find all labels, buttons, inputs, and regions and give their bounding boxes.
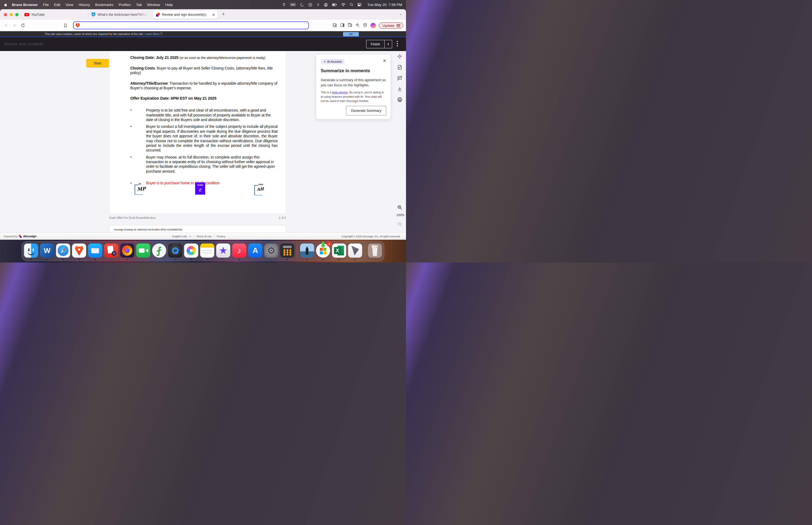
menu-file[interactable]: File [43, 3, 49, 7]
language-selector[interactable]: English (US) [172, 235, 187, 238]
pages-icon[interactable] [397, 65, 402, 71]
pen-icon [198, 187, 202, 192]
more-options-kebab-icon[interactable] [397, 41, 398, 46]
privacy-link[interactable]: Privacy [217, 235, 225, 238]
profile-avatar[interactable] [370, 23, 376, 28]
extensions-icon[interactable] [333, 23, 337, 29]
wallet-icon[interactable] [348, 23, 352, 29]
dock-microsoft-excel[interactable] [332, 243, 346, 259]
docusign-header: Review and complete Finish ▼ [0, 37, 406, 51]
menu-bookmarks[interactable]: Bookmarks [95, 3, 113, 7]
url-input[interactable] [82, 23, 306, 27]
address-bar[interactable] [73, 21, 309, 29]
start-button[interactable]: Start [86, 59, 109, 67]
cookie-ok-button[interactable]: OK [343, 32, 359, 36]
dock-triangle-app[interactable] [348, 243, 362, 259]
menu-edit[interactable]: Edit [54, 3, 60, 7]
document-page-1: Closing Date: July 21 2025 (or as soon a… [109, 51, 286, 214]
tab-youtube[interactable]: YouTube [25, 13, 45, 17]
dock-trash[interactable] [368, 243, 382, 259]
dock-photo-booth[interactable] [104, 243, 118, 259]
vpn-shield-icon[interactable] [363, 23, 367, 29]
dock-facetime[interactable] [136, 243, 150, 259]
dock-downloads-stack[interactable] [300, 243, 314, 259]
zoom-out-icon[interactable] [397, 222, 402, 228]
update-button[interactable]: Update [379, 22, 403, 29]
dock-quicktime[interactable] [168, 243, 182, 259]
dock-notes[interactable] [200, 243, 214, 259]
sidebar-icon[interactable] [340, 23, 345, 29]
dock-brave[interactable] [72, 243, 86, 259]
new-tab-button[interactable]: + [222, 11, 225, 17]
download-icon[interactable] [397, 86, 402, 93]
menu-tab[interactable]: Tab [136, 3, 142, 7]
toolbar-right-icons: Update [333, 20, 403, 31]
dock-music[interactable]: ♪ [232, 243, 246, 259]
document-meta-row: Cash Offer For Scott Rosenfeld.docx 1 of… [109, 216, 286, 219]
menu-view[interactable]: View [65, 3, 73, 7]
minimize-window-button[interactable] [10, 13, 13, 16]
reload-button[interactable] [21, 23, 25, 28]
tab-overflow-chevron-icon[interactable]: ⌄ [399, 12, 402, 16]
brave-shield-icon[interactable] [76, 23, 79, 28]
dock-calculator[interactable] [280, 243, 294, 259]
dock-microsoft-autoupdate[interactable]: 4 [316, 243, 330, 259]
envelope-id: Docusign Envelope ID: 44DE110A-8C40-46DA… [114, 228, 182, 231]
close-tab-icon[interactable]: ✕ [212, 13, 215, 17]
back-button[interactable] [4, 23, 9, 28]
initial-field-completed-left[interactable]: DS MP [135, 183, 151, 196]
menu-history[interactable]: History [78, 3, 90, 7]
dock-mail[interactable] [88, 243, 102, 259]
dock-finance-app[interactable]: ∫ [152, 243, 166, 259]
document-page-2: Docusign Envelope ID: 44DE110A-8C40-46DA… [109, 225, 286, 232]
finish-dropdown-caret[interactable]: ▼ [385, 40, 392, 48]
creative-cloud-sync-icon[interactable] [300, 3, 304, 7]
tab-active-docusign[interactable]: Review and sign document(s) ✕ [153, 11, 218, 19]
menu-help[interactable]: Help [165, 3, 173, 7]
initial-field-completed-right[interactable]: Initial AH [254, 183, 271, 197]
learn-more-link[interactable]: Learn More [145, 32, 159, 35]
browser-toolbar: Update [0, 20, 406, 31]
add-comment-icon[interactable] [397, 75, 402, 82]
beta-service-link[interactable]: beta service [332, 91, 348, 94]
leo-ai-sparkle-icon[interactable] [355, 23, 360, 29]
location-pin-off-icon[interactable] [282, 3, 286, 6]
copyright-text: Copyright © 2025 Docusign, Inc. All righ… [342, 235, 400, 238]
wifi-icon[interactable] [341, 3, 346, 6]
menu-profiles[interactable]: Profiles [119, 3, 131, 7]
menu-window[interactable]: Window [147, 3, 160, 7]
tab-background[interactable]: What's the trick/scam here?What [91, 13, 148, 17]
apple-menu-icon[interactable] [4, 3, 7, 7]
play-circle-icon[interactable] [308, 3, 312, 7]
ai-assist-icon[interactable] [397, 54, 402, 60]
zoom-window-button[interactable] [15, 13, 18, 16]
forward-button[interactable] [12, 23, 17, 28]
dock-imovie[interactable]: ★ [216, 243, 230, 259]
dock-app-store[interactable]: A [248, 243, 262, 259]
close-window-button[interactable] [4, 13, 7, 16]
terms-of-use-link[interactable]: Terms of Use [197, 235, 212, 238]
dock-photos[interactable] [184, 243, 198, 259]
user-account-icon[interactable] [324, 3, 328, 7]
wd-drive-icon[interactable]: WD [290, 3, 296, 6]
initial-sign-here-tab[interactable]: Initial [195, 182, 205, 195]
battery-icon[interactable] [332, 3, 337, 6]
menu-app-name[interactable]: Brave Browser [12, 3, 38, 7]
generate-summary-button[interactable]: Generate Summary [346, 106, 386, 115]
dock-safari[interactable] [56, 243, 70, 259]
bookmark-icon[interactable] [63, 23, 67, 28]
dock-microsoft-word[interactable]: W [40, 243, 54, 259]
dock-firefox[interactable] [120, 243, 134, 259]
print-icon[interactable] [397, 97, 402, 103]
bluetooth-icon[interactable] [317, 3, 320, 6]
spotlight-search-icon[interactable] [350, 3, 353, 6]
close-panel-icon[interactable]: ✕ [383, 58, 386, 63]
finish-button[interactable]: Finish ▼ [366, 40, 392, 48]
docusign-favicon [156, 13, 160, 17]
control-center-icon[interactable] [357, 3, 362, 6]
menu-clock[interactable]: Tue May 20 7:56 PM [367, 3, 402, 7]
dock-system-settings[interactable]: ⚙ [264, 243, 278, 259]
zoom-in-icon[interactable] [397, 205, 402, 211]
bullet-item: Buyer to conduct a full investigation of… [130, 124, 278, 153]
dock-finder[interactable] [24, 243, 38, 259]
